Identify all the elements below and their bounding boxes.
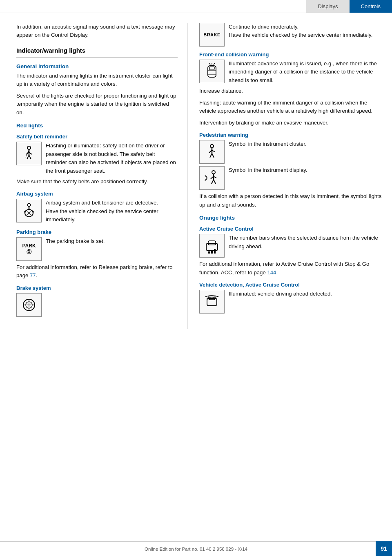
brake-text-content: Continue to drive moderately. Have the v… xyxy=(229,23,382,40)
active-cruise-icon xyxy=(203,237,221,255)
svg-point-26 xyxy=(210,145,214,148)
indicator-heading: Indicator/warning lights xyxy=(16,47,178,54)
vehicle-detection-row: Illuminated: vehicle driving ahead detec… xyxy=(199,290,382,314)
airbag-row: Airbag system and belt tensioner are def… xyxy=(16,199,178,224)
brake-continue-row: BRAKE Continue to drive moderately. Have… xyxy=(199,23,382,47)
orange-lights-heading: Orange lights xyxy=(199,215,382,221)
pedestrian-icon1 xyxy=(203,143,221,161)
park-text: PARK xyxy=(22,243,36,249)
general-info-p2: Several of the lights are checked for pr… xyxy=(16,92,178,117)
svg-line-4 xyxy=(27,155,29,159)
front-collision-p4: Intervention by braking or make an evasi… xyxy=(199,119,382,127)
tab-displays-label: Displays xyxy=(318,3,338,9)
pedestrian-icon2 xyxy=(203,169,221,187)
footer-copyright: Online Edition for Part no. 01 40 2 956 … xyxy=(145,547,247,552)
parking-brake-p2: For additional information, refer to Rel… xyxy=(16,263,178,280)
svg-line-30 xyxy=(210,153,212,158)
svg-line-36 xyxy=(212,180,214,184)
general-info-p1: The indicator and warning lights in the … xyxy=(16,72,178,89)
vehicle-detection-icon xyxy=(203,293,221,311)
left-column: In addition, an acoustic signal may soun… xyxy=(0,23,188,329)
pedestrian-icon-box2 xyxy=(199,166,225,190)
safety-belt-row: Flashing or illuminated: safety belt on … xyxy=(16,142,178,175)
vehicle-detection-text: Illuminated: vehicle driving ahead detec… xyxy=(229,290,382,298)
brake-system-icon xyxy=(20,296,38,314)
svg-rect-19 xyxy=(208,66,216,77)
svg-line-5 xyxy=(29,155,31,159)
airbag-heading: Airbag system xyxy=(16,191,178,197)
active-cruise-p2: For additional information, refer to Act… xyxy=(199,260,382,277)
svg-point-32 xyxy=(212,171,215,174)
safety-belt-icon xyxy=(20,145,38,162)
divider xyxy=(16,57,178,58)
svg-point-0 xyxy=(27,146,31,149)
safety-belt-heading: Safety belt reminder xyxy=(16,133,178,140)
active-cruise-text: The number bars shows the selected dista… xyxy=(229,234,382,251)
right-column: BRAKE Continue to drive moderately. Have… xyxy=(188,23,392,329)
active-cruise-heading: Active Cruise Control xyxy=(199,226,382,232)
pedestrian-text2: Symbol in the instrument display. xyxy=(229,166,382,174)
front-collision-row: Illuminated: advance warning is issued, … xyxy=(199,60,382,85)
svg-rect-41 xyxy=(211,250,213,254)
front-collision-p3: Flashing: acute warning of the imminent … xyxy=(199,99,382,116)
svg-line-25 xyxy=(214,63,215,64)
parking-brake-row: PARK Ⓧ The parking brake is set. xyxy=(16,237,178,261)
safety-belt-text: Flashing or illuminated: safety belt on … xyxy=(46,142,178,175)
active-cruise-icon-box xyxy=(199,234,225,258)
front-collision-text: Illuminated: advance warning is issued, … xyxy=(229,60,382,85)
svg-line-31 xyxy=(212,153,214,158)
parking-brake-text: The parking brake is set. xyxy=(46,237,178,245)
front-collision-heading: Front-end collision warning xyxy=(199,51,382,58)
svg-rect-20 xyxy=(209,67,214,70)
front-collision-icon-box xyxy=(199,60,225,83)
vehicle-detection-icon-box xyxy=(199,290,225,314)
vehicle-detection-heading: Vehicle detection, Active Cruise Control xyxy=(199,282,382,288)
parking-brake-icon-box: PARK Ⓧ xyxy=(16,237,42,261)
brake-system-heading: Brake system xyxy=(16,285,178,291)
svg-rect-42 xyxy=(214,249,216,254)
parking-brake-heading: Parking brake xyxy=(16,229,178,235)
page-number: 91 xyxy=(376,541,392,556)
pedestrian-row1: Symbol in the instrument cluster. xyxy=(199,140,382,164)
front-collision-p2: Increase distance. xyxy=(199,87,382,95)
safety-belt-p2: Make sure that the safety belts are posi… xyxy=(16,178,178,186)
tab-displays[interactable]: Displays xyxy=(306,0,349,13)
airbag-icon xyxy=(20,202,38,220)
red-lights-heading: Red lights xyxy=(16,122,178,129)
active-cruise-row: The number bars shows the selected dista… xyxy=(199,234,382,258)
svg-rect-40 xyxy=(208,251,210,254)
pedestrian-p3: If a collision with a person detected in… xyxy=(199,192,382,209)
airbag-text: Airbag system and belt tensioner are def… xyxy=(46,199,178,224)
intro-paragraph: In addition, an acoustic signal may soun… xyxy=(16,23,178,40)
pedestrian-icon-box1 xyxy=(199,140,225,164)
pedestrian-text1: Symbol in the instrument cluster. xyxy=(229,140,382,148)
top-nav: Displays Controls xyxy=(0,0,392,13)
pedestrian-heading: Pedestrian warning xyxy=(199,132,382,138)
tab-controls-label: Controls xyxy=(361,3,381,9)
parking-brake-link[interactable]: 77 xyxy=(30,272,36,278)
svg-line-37 xyxy=(214,180,216,184)
tab-controls[interactable]: Controls xyxy=(350,0,392,13)
general-info-heading: General information xyxy=(16,63,178,69)
safety-belt-icon-box xyxy=(16,142,42,165)
front-collision-icon xyxy=(203,62,221,80)
svg-line-23 xyxy=(209,63,210,64)
footer: Online Edition for Part no. 01 40 2 956 … xyxy=(0,541,392,556)
airbag-icon-box xyxy=(16,199,42,222)
active-cruise-link[interactable]: 144 xyxy=(267,269,276,276)
svg-rect-44 xyxy=(209,296,215,300)
svg-rect-38 xyxy=(206,243,218,251)
brake-text-icon: BRAKE xyxy=(203,32,220,37)
svg-point-7 xyxy=(28,204,31,207)
park-circle: Ⓧ xyxy=(27,249,31,255)
brake-system-icon-box xyxy=(16,293,42,317)
main-content: In addition, an acoustic signal may soun… xyxy=(0,13,392,329)
brake-icon-box2: BRAKE xyxy=(199,23,225,47)
pedestrian-row2: Symbol in the instrument display. xyxy=(199,166,382,190)
